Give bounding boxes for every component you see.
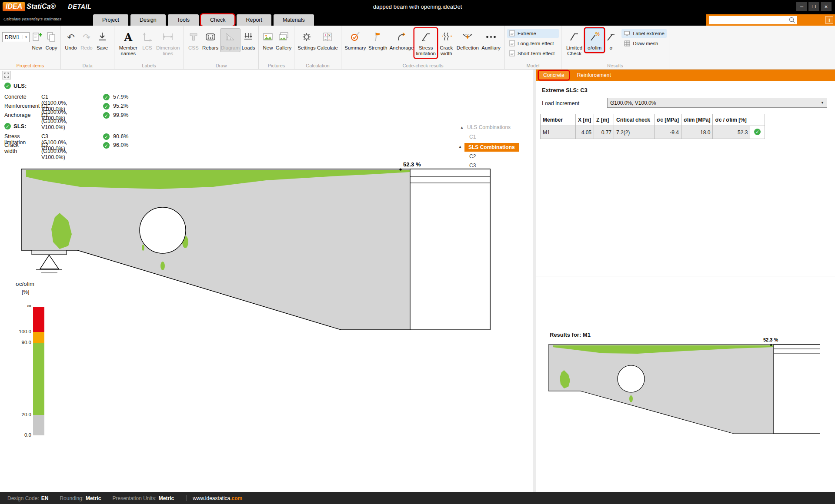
member-selector[interactable]: DRM1 ▾ <box>2 32 30 42</box>
group-pictures: New Gallery Pictures <box>259 26 294 69</box>
new-project-item-button[interactable]: New <box>30 28 44 52</box>
cell-sigma-c: -9.4 <box>655 126 681 139</box>
new-picture-button[interactable]: New <box>261 28 275 52</box>
deflection-button[interactable]: Deflection <box>455 28 480 52</box>
close-button[interactable]: ✕ <box>821 2 832 11</box>
gallery-button[interactable]: Gallery <box>275 28 292 52</box>
dimension-lines-icon <box>161 30 174 44</box>
main-drawing-area[interactable]: ULS: Concrete C1 (G100.0%, V100.0%) 57.9… <box>0 70 533 492</box>
info-button[interactable]: i <box>825 16 833 24</box>
tab-materials[interactable]: Materials <box>274 14 314 26</box>
redo-icon: ↷ <box>83 30 90 44</box>
sigma-slim-button[interactable]: % σ/σlim <box>585 28 604 52</box>
long-term-effect-toggle[interactable]: Long-term effect <box>507 39 559 48</box>
tab-project[interactable]: Project <box>93 14 128 26</box>
tab-reinforcement[interactable]: Reinforcement <box>573 71 615 80</box>
calculate-icon: +×−= <box>321 30 334 44</box>
tab-tools[interactable]: Tools <box>168 14 199 26</box>
load-increment-dropdown[interactable]: G100.0%, V100.0% ▼ <box>607 98 827 108</box>
sigma-slim-icon: % <box>588 30 601 44</box>
extreme-results-table: Member X [m] Z [m] Critical check σc [MP… <box>540 114 765 139</box>
rebars-icon <box>204 30 217 44</box>
ribbon-tab-strip: Project Design Tools Check Report Materi… <box>93 14 316 26</box>
strength-button[interactable]: Strength <box>367 28 389 52</box>
summary-button[interactable]: Summary <box>344 28 367 52</box>
settings-label: Settings <box>297 45 316 51</box>
long-term-effect-label: Long-term effect <box>518 41 554 46</box>
load-increment-label: Load increment <box>542 100 579 106</box>
undo-button[interactable]: ↶ Undo <box>63 28 79 52</box>
crack-width-button[interactable]: Crack width <box>437 28 455 58</box>
tab-concrete[interactable]: Concrete <box>539 71 569 80</box>
group-data: ↶ Undo ↷ Redo Save Data <box>61 26 114 69</box>
minimize-button[interactable]: ─ <box>796 2 807 11</box>
calculate-button[interactable]: +×−= Calculate <box>317 28 338 52</box>
svg-text:%: % <box>595 31 600 36</box>
copy-button[interactable]: Copy <box>44 28 58 52</box>
extreme-point-marker <box>770 344 772 346</box>
tagline: Calculate yesterday's estimates <box>3 17 61 21</box>
settings-button[interactable]: Settings <box>297 28 317 52</box>
save-label: Save <box>97 45 108 51</box>
save-icon <box>96 30 108 44</box>
dimension-lines-button: Dimension lines <box>154 28 181 58</box>
results-options: Label extreme Draw mesh <box>621 29 667 49</box>
col-status <box>750 114 765 126</box>
maximize-button[interactable]: ❐ <box>808 2 819 11</box>
panel-divider <box>536 276 835 276</box>
extreme-toggle[interactable]: Extreme <box>507 29 559 38</box>
auxiliary-button[interactable]: Auxiliary <box>480 28 502 52</box>
table-row[interactable]: M1 4.05 0.77 7.2(2) -9.4 18.0 52.3 <box>541 126 765 139</box>
cross-section-icon <box>187 30 200 44</box>
cell-z: 0.77 <box>594 126 614 139</box>
group-model: Extreme Long-term effect Short-term effe… <box>505 26 561 69</box>
rebars-button[interactable]: Rebars <box>201 28 220 52</box>
anchorage-button[interactable]: Anchorage <box>389 28 415 52</box>
sheet-icon <box>509 30 515 37</box>
support-triangle <box>40 255 59 269</box>
ribbon-filler <box>669 26 835 69</box>
loads-button[interactable]: Loads <box>240 28 256 52</box>
new-document-icon <box>30 30 43 44</box>
stress-contour-spot <box>142 245 144 251</box>
stress-limitation-button[interactable]: Stress limitation <box>414 28 437 58</box>
member-names-label: Member names <box>117 45 139 56</box>
tab-check[interactable]: Check <box>201 14 234 26</box>
gear-icon <box>301 30 313 44</box>
undo-label: Undo <box>65 45 77 51</box>
summary-label: Summary <box>344 45 366 51</box>
group-label-model: Model <box>505 63 561 68</box>
search-icon[interactable] <box>788 17 795 25</box>
deflection-label: Deflection <box>457 45 479 51</box>
save-button[interactable]: Save <box>94 28 110 52</box>
results-tab-strip: Concrete Reinforcement <box>536 70 835 81</box>
short-term-effect-label: Short-term effect <box>518 51 554 56</box>
sigma-button[interactable]: σ <box>604 28 618 52</box>
panel-splitter[interactable] <box>533 70 536 492</box>
group-label-pictures: Pictures <box>259 63 294 68</box>
new-picture-icon <box>262 30 274 44</box>
label-extreme-toggle[interactable]: Label extreme <box>621 29 667 38</box>
search-box <box>709 16 797 24</box>
limited-check-button[interactable]: Limited Check <box>564 28 585 58</box>
rounding-item: Rounding: Metric <box>60 495 101 501</box>
col-sigma-c: σc [MPa] <box>655 114 681 126</box>
search-input[interactable] <box>709 16 797 24</box>
tab-design[interactable]: Design <box>130 14 166 26</box>
member-names-icon: A <box>124 30 133 44</box>
website-link[interactable]: www.ideastatica.com <box>193 495 242 501</box>
limited-check-label: Limited Check <box>564 45 584 56</box>
diagram-button[interactable]: Diagram <box>220 28 241 52</box>
tab-report[interactable]: Report <box>237 14 271 26</box>
short-term-effect-toggle[interactable]: Short-term effect <box>507 49 559 58</box>
group-code-check-results: Summary Strength Anchorage Stress limita… <box>341 26 505 69</box>
calculate-label: Calculate <box>317 45 338 51</box>
col-x: X [m] <box>576 114 594 126</box>
member-names-button[interactable]: A Member names <box>117 28 140 58</box>
crack-width-label: Crack width <box>438 45 454 56</box>
col-member: Member <box>541 114 576 126</box>
stress-limitation-label: Stress limitation <box>415 45 436 56</box>
group-results: Limited Check % σ/σlim σ Label extreme D… <box>561 26 669 69</box>
draw-mesh-toggle[interactable]: Draw mesh <box>621 39 667 48</box>
rounding-value: Metric <box>86 495 101 501</box>
